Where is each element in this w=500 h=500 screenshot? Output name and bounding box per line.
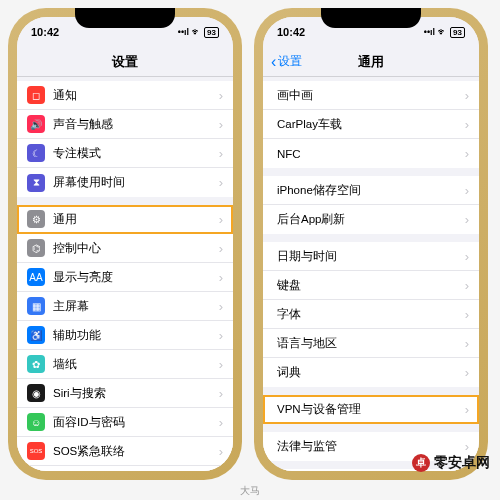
section: iPhone储存空间›后台App刷新›	[263, 176, 479, 234]
screen-general: 10:42 ••ıl ᯤ 93 ‹ 设置 通用 画中画›CarPlay车载›NF…	[263, 17, 479, 471]
row-label: 屏幕使用时间	[53, 175, 219, 190]
list-item[interactable]: 日期与时间›	[263, 242, 479, 271]
speaker-icon: 🔊	[27, 115, 45, 133]
chevron-right-icon: ›	[219, 117, 223, 132]
chevron-right-icon: ›	[219, 328, 223, 343]
chevron-right-icon: ›	[219, 212, 223, 227]
row-label: 控制中心	[53, 241, 219, 256]
watermark-icon: 卓	[412, 454, 430, 472]
list-item[interactable]: ▦主屏幕›	[17, 292, 233, 321]
list-item[interactable]: ☺面容ID与密码›	[17, 408, 233, 437]
bell-icon: ◻	[27, 86, 45, 104]
row-label: 专注模式	[53, 146, 219, 161]
watermark-text: 零安卓网	[434, 454, 490, 472]
phone-right: 10:42 ••ıl ᯤ 93 ‹ 设置 通用 画中画›CarPlay车载›NF…	[254, 8, 488, 480]
back-label: 设置	[278, 53, 302, 70]
chevron-right-icon: ›	[219, 444, 223, 459]
list-item[interactable]: ⧗屏幕使用时间›	[17, 168, 233, 197]
row-label: Siri与搜索	[53, 386, 219, 401]
list-item[interactable]: 画中画›	[263, 81, 479, 110]
caption: 大马	[240, 484, 260, 498]
chevron-right-icon: ›	[219, 357, 223, 372]
list-item[interactable]: VPN与设备管理›	[263, 395, 479, 424]
status-right: ••ıl ᯤ 93	[424, 27, 465, 38]
nav-bar: 设置	[17, 47, 233, 77]
chevron-right-icon: ›	[219, 175, 223, 190]
list-item[interactable]: AA显示与亮度›	[17, 263, 233, 292]
chevron-right-icon: ›	[465, 307, 469, 322]
section: VPN与设备管理›	[263, 395, 479, 424]
battery-icon: 93	[450, 27, 465, 38]
signal-icon: ••ıl	[178, 27, 189, 37]
chevron-right-icon: ›	[465, 278, 469, 293]
gear-icon: ⚙	[27, 210, 45, 228]
general-list[interactable]: 画中画›CarPlay车载›NFC›iPhone储存空间›后台App刷新›日期与…	[263, 77, 479, 471]
list-item[interactable]: ⌬控制中心›	[17, 234, 233, 263]
list-item[interactable]: ✱暴露通知›	[17, 466, 233, 471]
status-time: 10:42	[31, 26, 59, 38]
row-label: 辅助功能	[53, 328, 219, 343]
list-item[interactable]: 语言与地区›	[263, 329, 479, 358]
chevron-right-icon: ›	[219, 88, 223, 103]
page-title: 通用	[358, 53, 384, 71]
chevron-right-icon: ›	[219, 146, 223, 161]
row-label: 通知	[53, 88, 219, 103]
row-label: 画中画	[277, 88, 465, 103]
list-item[interactable]: ☾专注模式›	[17, 139, 233, 168]
screen-settings: 10:42 ••ıl ᯤ 93 设置 ◻通知›🔊声音与触感›☾专注模式›⧗屏幕使…	[17, 17, 233, 471]
chevron-right-icon: ›	[465, 365, 469, 380]
list-item[interactable]: 后台App刷新›	[263, 205, 479, 234]
status-right: ••ıl ᯤ 93	[178, 27, 219, 38]
chevron-right-icon: ›	[465, 439, 469, 454]
chevron-right-icon: ›	[465, 88, 469, 103]
row-label: 日期与时间	[277, 249, 465, 264]
list-item[interactable]: ♿辅助功能›	[17, 321, 233, 350]
page-title: 设置	[112, 53, 138, 71]
grid-icon: ▦	[27, 297, 45, 315]
face-icon: ☺	[27, 413, 45, 431]
notch	[75, 8, 175, 28]
row-label: 语言与地区	[277, 336, 465, 351]
chevron-right-icon: ›	[465, 117, 469, 132]
sos-icon: SOS	[27, 442, 45, 460]
hourglass-icon: ⧗	[27, 174, 45, 192]
row-label: 词典	[277, 365, 465, 380]
list-item[interactable]: ◉Siri与搜索›	[17, 379, 233, 408]
section: 日期与时间›键盘›字体›语言与地区›词典›	[263, 242, 479, 387]
list-item[interactable]: ◻通知›	[17, 81, 233, 110]
row-label: 主屏幕	[53, 299, 219, 314]
row-label: NFC	[277, 148, 465, 160]
wifi-icon: ᯤ	[438, 27, 447, 37]
list-item[interactable]: NFC›	[263, 139, 479, 168]
row-label: CarPlay车载	[277, 117, 465, 132]
list-item[interactable]: iPhone储存空间›	[263, 176, 479, 205]
row-label: 字体	[277, 307, 465, 322]
switches-icon: ⌬	[27, 239, 45, 257]
list-item[interactable]: 键盘›	[263, 271, 479, 300]
signal-icon: ••ıl	[424, 27, 435, 37]
section: ◻通知›🔊声音与触感›☾专注模式›⧗屏幕使用时间›	[17, 81, 233, 197]
list-item[interactable]: ⚙通用›	[17, 205, 233, 234]
row-label: 法律与监管	[277, 439, 465, 454]
chevron-right-icon: ›	[465, 146, 469, 161]
list-item[interactable]: ✿墙纸›	[17, 350, 233, 379]
moon-icon: ☾	[27, 144, 45, 162]
chevron-right-icon: ›	[465, 183, 469, 198]
text-icon: AA	[27, 268, 45, 286]
chevron-right-icon: ›	[219, 299, 223, 314]
row-label: 面容ID与密码	[53, 415, 219, 430]
list-item[interactable]: SOSSOS紧急联络›	[17, 437, 233, 466]
list-item[interactable]: 词典›	[263, 358, 479, 387]
settings-list[interactable]: ◻通知›🔊声音与触感›☾专注模式›⧗屏幕使用时间›⚙通用›⌬控制中心›AA显示与…	[17, 77, 233, 471]
row-label: 通用	[53, 212, 219, 227]
list-item[interactable]: 🔊声音与触感›	[17, 110, 233, 139]
notch	[321, 8, 421, 28]
status-time: 10:42	[277, 26, 305, 38]
battery-icon: 93	[204, 27, 219, 38]
list-item[interactable]: 字体›	[263, 300, 479, 329]
back-button[interactable]: ‹ 设置	[271, 53, 302, 70]
list-item[interactable]: CarPlay车载›	[263, 110, 479, 139]
chevron-right-icon: ›	[465, 336, 469, 351]
chevron-right-icon: ›	[219, 415, 223, 430]
row-label: 声音与触感	[53, 117, 219, 132]
